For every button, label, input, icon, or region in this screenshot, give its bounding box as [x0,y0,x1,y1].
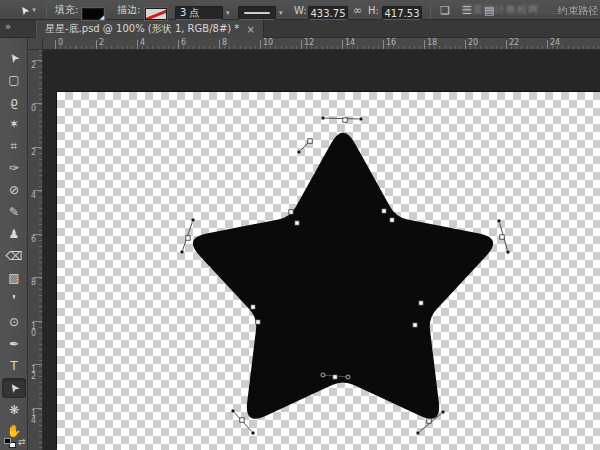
height-label: H: [368,0,379,20]
ruler-number: 14 [29,410,38,424]
ruler-number: 24 [550,38,560,47]
custom-shape-tool[interactable]: ❋ [2,400,26,420]
document-tab-title: 星星-底.psd @ 100% (形状 1, RGB/8#) * [45,22,239,36]
ruler-tick [424,40,425,49]
healing-brush-tool[interactable]: ⊘ [2,180,26,200]
path-selection-tool-icon: ➤ [5,380,22,396]
magic-wand-tool[interactable]: ✶ [2,114,26,134]
lasso-tool[interactable]: ϱ [2,92,26,112]
ruler-tick [301,40,302,49]
ruler-number: 4 [140,38,145,47]
ruler-number: 2 [29,149,38,156]
tools-panel: ⇄ ➤▢ϱ✶⌗✑⊘✎♟⌫▨❜⊙✒T➤❋✋⌕ [0,38,28,450]
shape-width-input[interactable]: 433.75 [308,3,348,23]
shape-height-input[interactable]: 417.53 [382,3,422,23]
canvas-transparency-checkerboard[interactable] [57,92,600,450]
ruler-tick [260,40,261,49]
ruler-number: 14 [345,38,355,47]
shape-width-value: 433.75 [308,6,348,20]
ruler-number: 10 [263,38,273,47]
clone-stamp-tool[interactable]: ♟ [2,224,26,244]
stroke-type-preview [238,6,276,20]
move-tool[interactable]: ➤ [2,48,26,68]
stroke-color-swatch[interactable]: ◢ [145,4,167,24]
path-selection-arrow-icon: ➤ [17,2,33,17]
separator [46,2,47,18]
brush-tool-icon: ✎ [9,205,19,219]
ruler-number: 4 [29,192,38,199]
pen-tool[interactable]: ✒ [2,334,26,354]
horizontal-ruler[interactable]: 024681012141618202224 [43,38,600,50]
eraser-tool-icon: ⌫ [6,249,23,263]
eraser-tool[interactable]: ⌫ [2,246,26,266]
panel-expand-icon[interactable]: » [5,21,11,32]
path-operations-button[interactable]: ❏ [440,0,450,20]
rectangular-marquee-tool-icon: ▢ [8,73,19,87]
stroke-type-dropdown[interactable]: ▾ [238,3,283,23]
custom-shape-tool-icon: ❋ [9,403,19,417]
dodge-tool[interactable]: ⊙ [2,312,26,332]
ruler-number: 12 [29,366,38,380]
separator [430,2,431,18]
ruler-tick [219,40,220,49]
ruler-number: 10 [29,323,38,337]
vertical-ruler[interactable]: 20246810121416 [28,50,43,450]
ruler-tick [96,40,97,49]
zoom-tool[interactable]: ⌕ [2,443,26,450]
close-icon[interactable]: × [246,24,254,35]
ruler-tick [137,40,138,49]
brush-tool[interactable]: ✎ [2,202,26,222]
move-tool-icon: ➤ [5,50,22,66]
rectangular-marquee-tool[interactable]: ▢ [2,70,26,90]
ruler-number: 18 [427,38,437,47]
type-tool-icon: T [10,359,17,373]
fill-color-swatch[interactable]: ◢ [82,4,104,24]
hand-tool-icon: ✋ [7,424,22,438]
ruler-number: 8 [29,279,38,286]
gradient-tool[interactable]: ▨ [2,268,26,288]
constrain-path-label: 约束路径 [558,4,598,18]
ruler-number: 8 [222,38,227,47]
tool-preset-button[interactable]: ➤ ▾ [20,0,36,20]
work-area [43,50,600,450]
dodge-tool-icon: ⊙ [9,315,19,329]
ruler-tick [178,40,179,49]
hand-tool[interactable]: ✋ [2,421,26,441]
blur-tool-icon: ❜ [12,293,16,307]
ruler-tick [465,40,466,49]
options-bar: ➤ ▾ 填充: ◢ 描边: ◢ 3 点 ▾ ▾ W: 433.75 ∞ H: 4… [0,0,600,20]
ruler-number: 0 [29,105,38,112]
ruler-number: 20 [468,38,478,47]
ruler-number: 0 [58,38,63,47]
stroke-label: 描边: [117,0,140,20]
stroke-width-dropdown[interactable]: 3 点 ▾ [175,3,230,23]
eyedropper-tool[interactable]: ✑ [2,158,26,178]
healing-brush-tool-icon: ⊘ [9,183,19,197]
gradient-tool-icon: ▨ [8,271,19,285]
zoom-tool-icon: ⌕ [11,446,18,450]
ruler-number: 2 [99,38,104,47]
stroke-width-value: 3 点 [175,6,223,20]
clone-stamp-tool-icon: ♟ [9,227,20,241]
ruler-number: 2 [29,62,38,69]
ruler-tick [506,40,507,49]
ruler-tick [383,40,384,49]
lasso-tool-icon: ϱ [10,95,18,109]
magic-wand-tool-icon: ✶ [9,117,19,131]
swatch-caret-icon: ◢ [99,13,104,20]
width-label: W: [294,0,307,20]
ruler-number: 22 [509,38,519,47]
link-dimensions-icon[interactable]: ∞ [353,0,362,20]
pen-tool-icon: ✒ [9,337,19,351]
blur-tool[interactable]: ❜ [2,290,26,310]
chevron-down-icon: ▾ [279,9,283,17]
ruler-number: 6 [181,38,186,47]
path-selection-tool[interactable]: ➤ [2,378,26,398]
ruler-corner [28,38,43,50]
crop-tool[interactable]: ⌗ [2,136,26,156]
ruler-tick [547,40,548,49]
stroke-swatch-none: ◢ [145,8,167,20]
eyedropper-tool-icon: ✑ [9,161,19,175]
type-tool[interactable]: T [2,356,26,376]
chevron-down-icon: ▾ [226,9,230,17]
